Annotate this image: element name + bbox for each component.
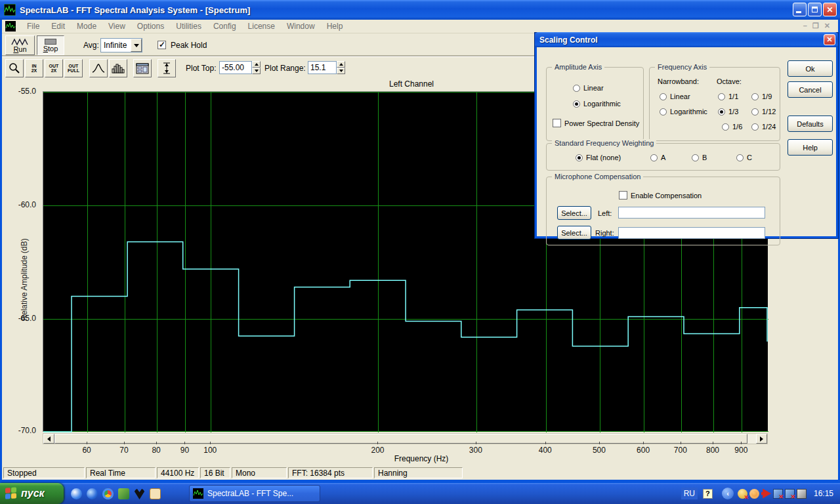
menu-mode[interactable]: Mode	[71, 22, 102, 31]
menu-help[interactable]: Help	[321, 22, 349, 31]
plot-top-value[interactable]: -55.00	[219, 61, 252, 74]
chrome-quicklaunch-icon[interactable]	[102, 488, 114, 499]
x-tick-label: 900	[734, 446, 747, 455]
green-app-quicklaunch-icon[interactable]	[118, 488, 129, 499]
weighting-flat-radio[interactable]: Flat (none)	[576, 154, 621, 161]
x-axis-label: Frequency (Hz)	[394, 454, 449, 463]
ok-button[interactable]: Ok	[788, 60, 833, 77]
audio-muted-tray-icon[interactable]	[738, 489, 747, 499]
narrowband-logarithmic-radio[interactable]: Logarithmic	[660, 108, 707, 116]
amplitude-linear-radio[interactable]: Linear	[573, 84, 604, 92]
run-button[interactable]: Run	[5, 35, 35, 55]
peak-display-button[interactable]	[89, 59, 108, 77]
plot-range-value[interactable]: 15.1	[308, 61, 337, 74]
x-tick-mark	[184, 442, 185, 444]
menu-license[interactable]: License	[242, 22, 281, 31]
language-indicator[interactable]: RU	[681, 488, 698, 499]
microphone-compensation-legend: Microphone Compensation	[552, 173, 643, 180]
menu-utilities[interactable]: Utilities	[170, 22, 207, 31]
bar-display-button[interactable]	[109, 59, 127, 77]
menu-edit[interactable]: Edit	[45, 22, 71, 31]
x-tick-label: 200	[371, 446, 384, 455]
status-bar: Stopped Real Time 44100 Hz 16 Bit Mono F…	[2, 466, 838, 480]
browser-quicklaunch-icon[interactable]	[87, 488, 98, 499]
plot-top-down-button[interactable]	[252, 68, 261, 74]
dialog-titlebar[interactable]: Scaling Control ✕	[535, 32, 838, 47]
scroll-right-button[interactable]	[756, 434, 767, 444]
menu-file[interactable]: File	[21, 22, 45, 31]
octave-1-12-radio[interactable]: 1/12	[751, 108, 776, 116]
hidden-icons-chevron-icon[interactable]: ‹	[722, 488, 734, 499]
octave-label: Octave:	[717, 77, 742, 85]
menu-view[interactable]: View	[102, 22, 131, 31]
vertical-scale-button[interactable]	[158, 59, 176, 77]
status-fft-size: FFT: 16384 pts	[288, 467, 373, 478]
horizontal-scrollbar[interactable]	[43, 433, 768, 444]
wireless-network-error-tray-icon[interactable]	[773, 489, 783, 499]
clock-quicklaunch-icon[interactable]	[150, 488, 161, 499]
menu-config[interactable]: Config	[207, 22, 242, 31]
mdi-minimize-icon[interactable]: –	[803, 22, 807, 30]
windows-flag-icon	[5, 487, 17, 499]
spectralab-task-button[interactable]: SpectraLAB - FFT Spe...	[189, 485, 320, 502]
weighting-b-radio[interactable]: B	[692, 154, 707, 161]
media-player-quicklaunch-icon[interactable]	[71, 488, 82, 499]
avg-combobox[interactable]: Infinite	[100, 38, 142, 52]
select-right-button[interactable]: Select...	[557, 226, 591, 240]
minimize-button[interactable]	[793, 3, 807, 16]
peak-hold-checkbox[interactable]	[158, 41, 166, 49]
close-icon: ✕	[826, 36, 832, 43]
x-tick-label: 60	[82, 446, 91, 455]
cancel-button[interactable]: Cancel	[788, 81, 833, 98]
narrowband-linear-radio[interactable]: Linear	[660, 93, 690, 100]
plot-range-down-button[interactable]	[337, 68, 345, 74]
checkbox-icon	[619, 191, 627, 200]
zoom-in-2x-button[interactable]: IN 2X	[25, 59, 43, 77]
menu-window[interactable]: Window	[281, 22, 321, 31]
octave-1-9-radio[interactable]: 1/9	[751, 93, 772, 100]
display-tray-icon[interactable]	[797, 489, 807, 499]
amplitude-logarithmic-radio[interactable]: Logarithmic	[573, 100, 621, 108]
right-compensation-field[interactable]	[618, 227, 765, 239]
window-titlebar[interactable]: SpectraLAB - FFT Spectral Analysis Syste…	[0, 0, 840, 20]
plot-range-up-button[interactable]	[337, 61, 345, 68]
octave-1-6-radio[interactable]: 1/6	[722, 123, 742, 131]
help-tray-icon[interactable]: ?	[703, 489, 713, 499]
close-button[interactable]: ✕	[823, 3, 837, 16]
radio-icon	[573, 100, 580, 108]
scroll-left-button[interactable]	[43, 434, 54, 444]
zoom-out-2x-button[interactable]: OUT 2X	[45, 59, 63, 77]
radio-icon	[660, 108, 667, 116]
zoom-button[interactable]	[5, 59, 24, 77]
menu-options[interactable]: Options	[131, 22, 170, 31]
fox-quicklaunch-icon[interactable]	[134, 488, 145, 499]
frequency-weighting-legend: Standard Frequency Weighting	[552, 139, 656, 147]
left-compensation-field[interactable]	[618, 207, 765, 219]
octave-1-3-radio[interactable]: 1/3	[718, 108, 738, 116]
octave-1-24-radio[interactable]: 1/24	[751, 123, 776, 131]
weighting-c-radio[interactable]: C	[736, 154, 752, 161]
window-layout-button[interactable]	[133, 59, 152, 77]
x-tick-mark	[476, 442, 476, 444]
help-button[interactable]: Help	[788, 139, 833, 156]
player-tray-icon[interactable]	[761, 489, 771, 499]
enable-compensation-checkbox[interactable]: Enable Compensation	[619, 191, 702, 200]
select-left-button[interactable]: Select...	[557, 206, 591, 220]
mdi-restore-icon[interactable]: ❐	[812, 22, 819, 30]
defaults-button[interactable]: Defaults	[788, 116, 833, 132]
x-tick-label: 300	[469, 446, 482, 455]
octave-1-1-radio[interactable]: 1/1	[718, 93, 738, 100]
dialog-close-button[interactable]: ✕	[824, 34, 835, 45]
power-spectral-density-checkbox[interactable]: Power Spectral Density	[553, 119, 639, 127]
start-button[interactable]: пуск	[0, 483, 64, 504]
orange-app-tray-icon[interactable]	[749, 489, 759, 499]
avg-dropdown-button[interactable]	[131, 39, 142, 52]
maximize-button[interactable]	[808, 3, 822, 16]
network-error-tray-icon[interactable]	[785, 489, 795, 499]
weighting-a-radio[interactable]: A	[650, 154, 665, 161]
scrollbar-track[interactable]	[747, 434, 756, 444]
mdi-close-icon[interactable]: ✕	[824, 22, 830, 30]
stop-button[interactable]: Stop	[37, 35, 64, 55]
plot-top-up-button[interactable]	[252, 61, 261, 68]
zoom-out-full-button[interactable]: OUT FULL	[64, 59, 83, 77]
